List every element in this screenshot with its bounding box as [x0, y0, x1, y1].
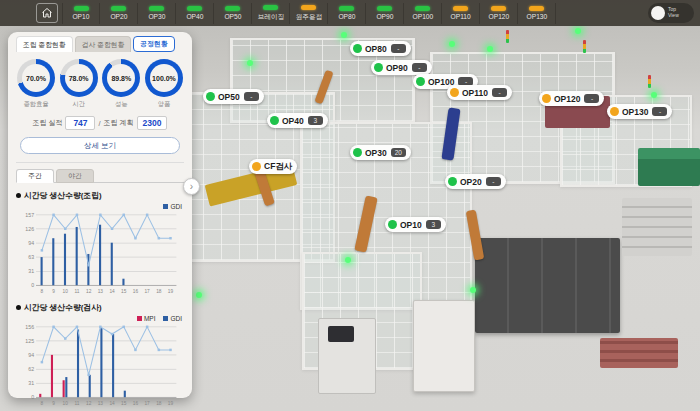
chart-inspection-legend: MPIGDI: [18, 315, 182, 322]
svg-text:12: 12: [86, 289, 92, 294]
tab-day-shift[interactable]: 주간: [16, 169, 54, 183]
status-dot-icon: [353, 44, 362, 53]
status-dot-icon: [448, 177, 457, 186]
green-light-icon: [487, 46, 493, 52]
tray-stack: [622, 198, 692, 256]
scene-label-op10[interactable]: OP103: [385, 217, 446, 232]
tab-inspection-summary[interactable]: 검사 종합현황: [75, 36, 132, 52]
station-OP20[interactable]: OP20: [100, 3, 138, 24]
bullet-icon: [16, 305, 21, 310]
svg-text:10: 10: [63, 401, 69, 406]
green-light-icon: [449, 41, 455, 47]
station-OP110[interactable]: OP110: [442, 3, 480, 24]
chart-assembly: 03163941261578910111213141516171819: [16, 211, 184, 295]
svg-text:18: 18: [156, 289, 162, 294]
tab-assembly-summary[interactable]: 조립 종합현황: [16, 36, 73, 52]
green-light-icon: [247, 60, 253, 66]
scene-label-op110[interactable]: OP110-: [447, 85, 512, 100]
station-label: OP20: [110, 13, 127, 20]
scene-label-op50[interactable]: OP50-: [203, 89, 264, 104]
station-OP40[interactable]: OP40: [176, 3, 214, 24]
station-label: OP30: [148, 13, 165, 20]
dashboard-panel: 조립 종합현황 검사 종합현황 공정현황 70.0% 종합효율 78.0% 시간…: [8, 32, 192, 398]
station-label: OP80: [338, 13, 355, 20]
chart-title: 시간당 생산수량(검사): [24, 302, 102, 313]
svg-text:62: 62: [28, 366, 34, 372]
status-led-icon: [149, 6, 164, 11]
svg-text:10: 10: [63, 289, 69, 294]
status-dot-icon: [416, 77, 425, 86]
svg-text:11: 11: [74, 401, 79, 406]
tab-process-status[interactable]: 공정현황: [133, 36, 174, 52]
status-dot-icon: [374, 63, 383, 72]
station-list: OP10OP20OP30OP40OP50브레이징원주용접OP80OP90OP10…: [62, 3, 556, 24]
station-label: OP130: [526, 13, 547, 20]
station-원주용접[interactable]: 원주용접: [290, 3, 328, 24]
home-icon: [41, 7, 53, 19]
station-OP130[interactable]: OP130: [518, 3, 556, 24]
detail-view-button[interactable]: 상세 보기: [20, 137, 180, 154]
svg-text:0: 0: [31, 394, 34, 400]
svg-text:31: 31: [28, 268, 34, 274]
legend-item: GDI: [163, 203, 182, 210]
green-light-icon: [196, 292, 202, 298]
actual-value: 747: [65, 116, 95, 130]
donut-chart: 89.8%: [102, 59, 140, 97]
station-OP120[interactable]: OP120: [480, 3, 518, 24]
scene-label-op130[interactable]: OP130-: [607, 104, 672, 119]
scene-label-op20[interactable]: OP20-: [445, 174, 506, 189]
top-view-toggle[interactable]: Top View: [648, 3, 694, 23]
maroon-trays: [600, 338, 678, 368]
green-light-icon: [575, 28, 581, 34]
scene-label-op40[interactable]: OP403: [267, 113, 328, 128]
svg-text:156: 156: [25, 324, 34, 330]
station-label: OP120: [488, 13, 509, 20]
scene-label-op90[interactable]: OP90-: [371, 60, 432, 75]
station-label: OP110: [450, 13, 470, 20]
count-badge: -: [492, 88, 507, 97]
scene-label-op30[interactable]: OP3020: [350, 145, 411, 160]
station-OP10[interactable]: OP10: [62, 3, 100, 24]
donut-chart: 78.0%: [60, 59, 98, 97]
station-OP30[interactable]: OP30: [138, 3, 176, 24]
status-led-icon: [415, 6, 430, 11]
status-dot-icon: [252, 162, 261, 171]
status-led-icon: [377, 6, 392, 11]
station-OP100[interactable]: OP100: [404, 3, 442, 24]
green-light-icon: [341, 32, 347, 38]
tab-night-shift[interactable]: 야간: [56, 169, 94, 183]
scene-label-op80[interactable]: OP80-: [350, 41, 411, 56]
svg-text:16: 16: [133, 401, 139, 406]
svg-text:94: 94: [28, 240, 34, 246]
scene-label-op120[interactable]: OP120-: [539, 91, 604, 106]
svg-text:18: 18: [156, 401, 162, 406]
green-light-icon: [345, 257, 351, 263]
legend-item: MPI: [137, 315, 156, 322]
status-led-icon: [491, 6, 506, 11]
station-label: OP10: [72, 13, 89, 20]
station-브레이징[interactable]: 브레이징: [252, 3, 290, 24]
status-dot-icon: [270, 116, 279, 125]
panel-collapse-button[interactable]: ›: [183, 178, 200, 195]
toggle-label: Top View: [668, 7, 686, 19]
count-badge: -: [391, 44, 406, 53]
station-OP80[interactable]: OP80: [328, 3, 366, 24]
svg-text:63: 63: [28, 254, 34, 260]
station-OP90[interactable]: OP90: [366, 3, 404, 24]
station-OP50[interactable]: OP50: [214, 3, 252, 24]
scene-label-cf-inspection[interactable]: CF검사: [249, 159, 297, 174]
chart-title: 시간당 생산수량(조립): [24, 190, 102, 201]
status-dot-icon: [542, 94, 551, 103]
station-label: 브레이징: [257, 12, 284, 22]
svg-text:13: 13: [98, 289, 104, 294]
white-cabinet: [413, 300, 475, 392]
machine-screen: [328, 326, 354, 342]
home-button[interactable]: [36, 3, 58, 23]
svg-text:31: 31: [28, 380, 34, 386]
count-badge: -: [486, 177, 501, 186]
svg-text:13: 13: [98, 401, 104, 406]
gauge-row: 70.0% 종합효율 78.0% 시간 89.8% 성능 100.0% 양품: [16, 59, 184, 109]
svg-text:19: 19: [168, 289, 174, 294]
chart-inspection-header: 시간당 생산수량(검사): [16, 302, 184, 313]
gauge-quality: 100.0% 양품: [144, 59, 184, 109]
